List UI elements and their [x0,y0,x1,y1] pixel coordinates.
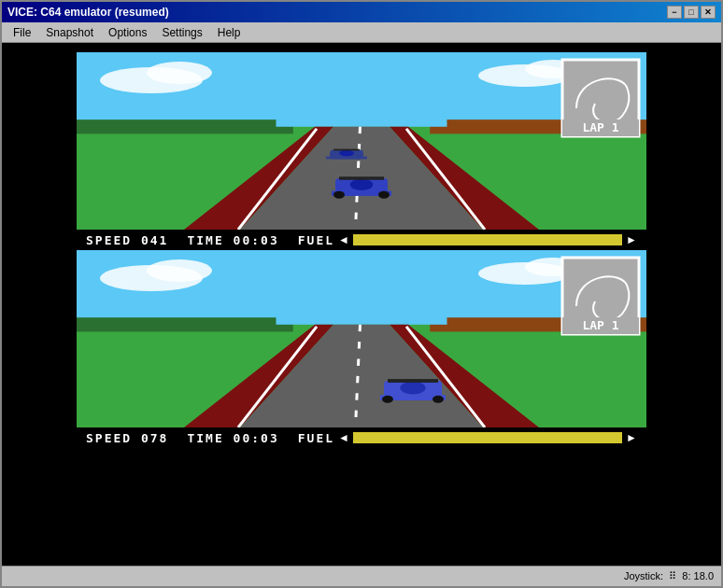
close-button[interactable]: ✕ [701,6,716,19]
player1-fuel-label: FUEL [298,233,334,247]
menu-settings[interactable]: Settings [154,24,209,41]
player2-scene [77,250,646,427]
player1-canvas [77,52,646,230]
joystick-status: Joystick: ⠿ 8: 18.0 [624,570,714,582]
player1-status: SPEED 041 TIME 00:03 FUEL ◄ ► [77,230,646,250]
menu-file[interactable]: File [6,24,38,41]
player1-speed: SPEED 041 [86,233,168,247]
window-title: VICE: C64 emulator (resumed) [7,6,169,19]
player1-scene [77,52,646,230]
player1-screen: SPEED 041 TIME 00:03 FUEL ◄ ► [77,52,646,250]
player2-fuel-arrow-left: ◄ [338,431,349,444]
title-bar-controls: − □ ✕ [667,6,716,19]
menu-bar: File Snapshot Options Settings Help [2,22,721,43]
window-status-bar: Joystick: ⠿ 8: 18.0 [2,566,721,586]
player2-fuel-bar [353,432,622,443]
player1-fuel-container: FUEL ◄ ► [298,233,637,247]
menu-snapshot[interactable]: Snapshot [38,24,101,41]
minimize-button[interactable]: − [667,6,682,19]
game-container: SPEED 041 TIME 00:03 FUEL ◄ ► [77,52,646,448]
player1-fuel-arrow-left: ◄ [338,233,349,246]
player1-fuel-bar [353,234,622,245]
player2-speed: SPEED 078 [86,431,168,445]
main-content: SPEED 041 TIME 00:03 FUEL ◄ ► [2,43,721,566]
player2-time: TIME 00:03 [187,431,278,445]
maximize-button[interactable]: □ [684,6,699,19]
menu-help[interactable]: Help [210,24,248,41]
menu-options[interactable]: Options [101,24,154,41]
player2-fuel-arrow-right: ► [626,431,637,444]
player1-fuel-arrow-right: ► [626,233,637,246]
player1-time: TIME 00:03 [187,233,278,247]
title-bar: VICE: C64 emulator (resumed) − □ ✕ [2,2,721,22]
player2-canvas [77,250,646,427]
player2-fuel-container: FUEL ◄ ► [298,431,637,445]
player2-screen: SPEED 078 TIME 00:03 FUEL ◄ ► [77,250,646,448]
application-window: VICE: C64 emulator (resumed) − □ ✕ File … [0,0,723,588]
player2-status: SPEED 078 TIME 00:03 FUEL ◄ ► [77,427,646,448]
player2-fuel-label: FUEL [298,431,334,445]
